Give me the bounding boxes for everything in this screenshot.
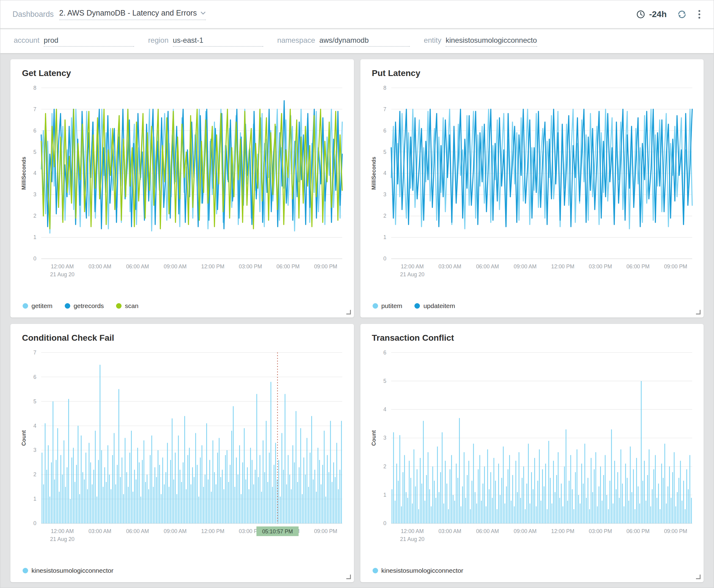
svg-text:09:00 PM: 09:00 PM <box>314 264 337 270</box>
svg-text:2: 2 <box>383 213 386 219</box>
dashboard-grid: Get Latency 012345678MilliSeconds12:00 A… <box>0 53 714 588</box>
filter-account-value[interactable]: prod <box>44 36 134 47</box>
legend-label: scan <box>125 302 138 310</box>
filter-entity-value[interactable]: kinesistosumologicconnector <box>446 36 537 47</box>
get-latency-chart[interactable]: 012345678MilliSeconds12:00 AM21 Aug 2003… <box>20 81 345 301</box>
svg-text:12:00 AM: 12:00 AM <box>401 264 424 270</box>
svg-text:03:00 AM: 03:00 AM <box>88 528 111 534</box>
svg-text:06:00 PM: 06:00 PM <box>626 264 650 270</box>
svg-text:09:00 AM: 09:00 AM <box>514 264 536 270</box>
filter-region: region us-east-1 <box>148 36 263 47</box>
svg-text:6: 6 <box>383 350 386 356</box>
svg-text:12:00 AM: 12:00 AM <box>51 528 74 534</box>
legend-item[interactable]: scan <box>116 302 138 310</box>
filter-region-label: region <box>148 36 168 45</box>
svg-text:8: 8 <box>383 85 386 91</box>
legend-item[interactable]: getrecords <box>65 302 104 310</box>
svg-text:05:10:57 PM: 05:10:57 PM <box>262 528 293 534</box>
resize-corner-icon[interactable] <box>346 574 351 579</box>
chart-legend: putitem updateitem <box>369 301 695 313</box>
svg-text:03:00 PM: 03:00 PM <box>589 264 612 270</box>
svg-text:03:00 PM: 03:00 PM <box>589 528 612 534</box>
filter-region-value[interactable]: us-east-1 <box>173 36 263 47</box>
svg-text:03:00 PM: 03:00 PM <box>239 264 262 270</box>
svg-text:4: 4 <box>33 170 36 176</box>
svg-text:7: 7 <box>383 106 386 112</box>
filter-account: account prod <box>14 36 134 47</box>
transaction-conflict-chart[interactable]: 0123456Count12:00 AM21 Aug 2003:00 AM06:… <box>369 345 695 566</box>
panel-put-latency: Put Latency 012345678MilliSeconds12:00 A… <box>360 59 704 317</box>
legend-item[interactable]: getitem <box>23 302 53 310</box>
svg-text:6: 6 <box>383 128 386 134</box>
panel-transaction-conflict: Transaction Conflict 0123456Count12:00 A… <box>360 324 704 582</box>
legend-item[interactable]: kinesistosumologicconnector <box>372 567 463 574</box>
svg-text:03:00 AM: 03:00 AM <box>438 528 461 534</box>
resize-corner-icon[interactable] <box>696 574 700 579</box>
svg-text:2: 2 <box>33 213 36 219</box>
svg-text:21 Aug 20: 21 Aug 20 <box>50 536 75 542</box>
svg-text:09:00 AM: 09:00 AM <box>164 264 187 270</box>
panel-title: Get Latency <box>22 68 345 78</box>
svg-text:0: 0 <box>383 520 386 526</box>
svg-text:6: 6 <box>33 374 36 380</box>
svg-text:1: 1 <box>33 234 36 240</box>
svg-text:2: 2 <box>383 463 386 469</box>
filter-entity-label: entity <box>424 36 441 45</box>
dashboard-title-dropdown[interactable]: 2. AWS DynamoDB - Latency and Errors <box>59 8 206 20</box>
legend-item[interactable]: putitem <box>372 302 403 310</box>
svg-text:09:00 AM: 09:00 AM <box>164 528 187 534</box>
time-range-label: -24h <box>649 9 667 19</box>
legend-label: putitem <box>382 302 403 310</box>
legend-color-dot <box>23 568 28 573</box>
legend-label: updateitem <box>423 302 455 310</box>
put-latency-chart[interactable]: 012345678MilliSeconds12:00 AM21 Aug 2003… <box>369 81 695 301</box>
chart-legend: kinesistosumologicconnector <box>369 566 695 578</box>
legend-color-dot <box>414 303 420 309</box>
chart-legend: getitem getrecords scan <box>20 301 345 313</box>
svg-text:MilliSeconds: MilliSeconds <box>21 156 27 190</box>
svg-text:8: 8 <box>33 85 36 91</box>
chevron-down-icon <box>200 11 206 15</box>
legend-color-dot <box>116 303 122 309</box>
breadcrumb[interactable]: Dashboards <box>13 10 54 19</box>
filter-entity: entity kinesistosumologicconnector <box>424 36 537 47</box>
svg-text:1: 1 <box>383 492 386 498</box>
svg-text:09:00 PM: 09:00 PM <box>664 264 687 270</box>
legend-color-dot <box>65 303 70 309</box>
svg-text:06:00 AM: 06:00 AM <box>476 528 499 534</box>
svg-text:06:00 AM: 06:00 AM <box>126 528 149 534</box>
page-title: 2. AWS DynamoDB - Latency and Errors <box>59 8 197 17</box>
svg-text:MilliSeconds: MilliSeconds <box>370 156 376 190</box>
svg-text:09:00 PM: 09:00 PM <box>314 528 337 534</box>
svg-text:Count: Count <box>370 430 376 446</box>
legend-item[interactable]: updateitem <box>414 302 455 310</box>
svg-text:1: 1 <box>33 496 36 502</box>
svg-text:4: 4 <box>33 423 36 429</box>
svg-text:4: 4 <box>383 170 386 176</box>
svg-text:06:00 AM: 06:00 AM <box>126 264 149 270</box>
filter-namespace-label: namespace <box>277 36 315 45</box>
svg-text:06:00 PM: 06:00 PM <box>277 264 300 270</box>
svg-text:09:00 PM: 09:00 PM <box>664 528 687 534</box>
svg-text:21 Aug 20: 21 Aug 20 <box>50 271 75 277</box>
kebab-menu-icon[interactable] <box>697 9 701 20</box>
svg-text:1: 1 <box>383 234 386 240</box>
legend-color-dot <box>372 568 378 573</box>
resize-corner-icon[interactable] <box>346 310 351 314</box>
clock-icon <box>636 10 645 19</box>
svg-text:0: 0 <box>383 255 386 261</box>
svg-text:5: 5 <box>383 149 386 155</box>
conditional-check-fail-chart[interactable]: 01234567Count12:00 AM21 Aug 2003:00 AM06… <box>20 345 345 566</box>
svg-text:06:00 PM: 06:00 PM <box>626 528 650 534</box>
refresh-button[interactable] <box>677 9 687 19</box>
panel-get-latency: Get Latency 012345678MilliSeconds12:00 A… <box>11 59 354 317</box>
legend-item[interactable]: kinesistosumologicconnector <box>23 567 113 574</box>
resize-corner-icon[interactable] <box>696 310 700 314</box>
panel-title: Transaction Conflict <box>372 333 695 343</box>
time-range-button[interactable]: -24h <box>636 9 667 19</box>
svg-text:03:00 AM: 03:00 AM <box>438 264 461 270</box>
svg-text:7: 7 <box>33 106 36 112</box>
legend-label: kinesistosumologicconnector <box>32 567 113 574</box>
svg-text:12:00 PM: 12:00 PM <box>551 264 574 270</box>
filter-namespace-value[interactable]: aws/dynamodb <box>320 36 410 47</box>
